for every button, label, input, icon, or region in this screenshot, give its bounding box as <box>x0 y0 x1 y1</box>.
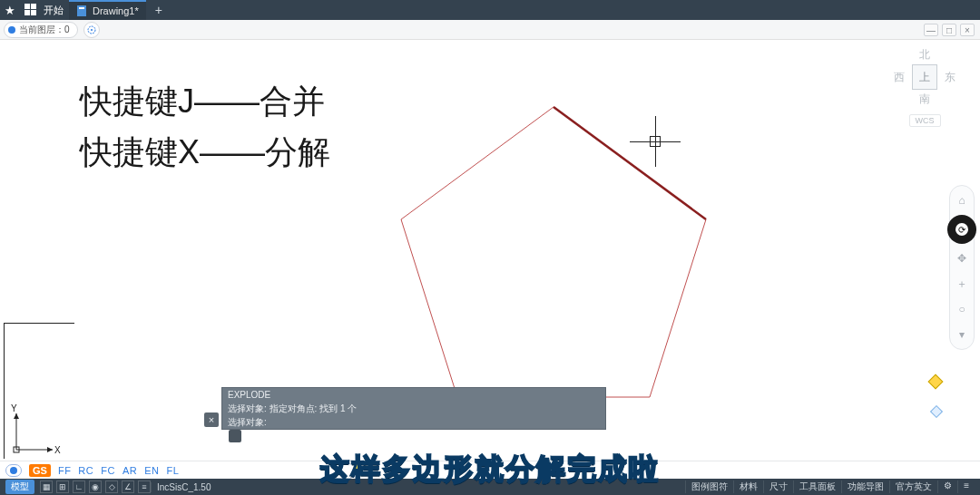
status-item-3[interactable]: 工具面板 <box>793 480 841 493</box>
status-toggle-polar[interactable]: ◉ <box>89 480 102 493</box>
status-toggle-snap[interactable]: ⊞ <box>56 480 69 493</box>
sync-icon: ⟳ <box>958 225 965 235</box>
viewcube-top[interactable]: 上 <box>912 64 937 90</box>
layer-label: 当前图层：0 <box>19 24 70 36</box>
annotation-line1: 快捷键J——合并 <box>80 76 330 127</box>
status-item-1[interactable]: 材料 <box>733 480 763 493</box>
svg-point-7 <box>91 29 93 31</box>
status-menu-icon[interactable]: ≡ <box>957 480 975 493</box>
status-item-0[interactable]: 图例图符 <box>685 480 733 493</box>
mode-fl[interactable]: FL <box>166 465 179 476</box>
status-toggle-ortho[interactable]: ∟ <box>73 480 85 493</box>
svg-rect-0 <box>24 4 30 9</box>
mode-gs[interactable]: GS <box>29 464 51 477</box>
command-line1: EXPLODE <box>222 388 605 402</box>
nav-marker2-icon <box>930 405 943 418</box>
nav-wheel-button[interactable]: ⟳ <box>947 215 976 244</box>
status-item-5[interactable]: 官方英文 <box>889 480 937 493</box>
mode-fc[interactable]: FC <box>101 465 115 476</box>
viewcube-south[interactable]: 南 <box>919 92 930 107</box>
nav-marker-icon <box>928 374 944 390</box>
svg-text:Y: Y <box>11 403 17 413</box>
record-indicator[interactable] <box>5 464 22 477</box>
maximize-button[interactable]: □ <box>942 24 956 36</box>
layer-target-button[interactable] <box>83 22 100 38</box>
mode-bar: GS FF RC FC AR EN FL <box>0 461 980 479</box>
status-toggle-lweight[interactable]: ≡ <box>138 480 151 493</box>
viewcube-north[interactable]: 北 <box>919 47 930 63</box>
status-toggle-osnap[interactable]: ◇ <box>105 480 118 493</box>
nav-more-button[interactable]: ▾ <box>953 325 971 344</box>
svg-text:X: X <box>54 445 61 455</box>
current-layer-chip[interactable]: 当前图层：0 <box>4 22 78 38</box>
model-tab[interactable]: 模型 <box>5 480 34 494</box>
status-right-group: 图例图符 材料 尺寸 工具面板 功能导图 官方英文 ⚙ ≡ <box>685 480 975 493</box>
svg-rect-1 <box>31 4 36 9</box>
svg-marker-8 <box>401 107 706 397</box>
status-bar: 模型 ▦ ⊞ ∟ ◉ ◇ ∠ ≡ IncSisC_1.50 图例图符 材料 尺寸… <box>0 479 980 495</box>
crosshair-pickbox <box>650 136 661 147</box>
status-toggle-grid[interactable]: ▦ <box>40 480 53 493</box>
viewcube-east[interactable]: 东 <box>945 70 956 85</box>
command-history-box: × EXPLODE 选择对象: 指定对角点: 找到 1 个 选择对象: <box>221 387 606 430</box>
close-button[interactable]: × <box>960 24 975 36</box>
layer-bar: 当前图层：0 <box>0 20 980 40</box>
mode-en[interactable]: EN <box>144 465 159 476</box>
window-controls: — □ × <box>924 24 975 36</box>
status-item-4[interactable]: 功能导图 <box>841 480 889 493</box>
mode-ff[interactable]: FF <box>58 465 71 476</box>
windows-icon[interactable] <box>22 2 40 18</box>
nav-home-button[interactable]: ⌂ <box>953 191 971 209</box>
tab-drawing1[interactable]: Drawing1* <box>69 0 146 20</box>
new-tab-button[interactable]: + <box>155 3 162 17</box>
mode-ar[interactable]: AR <box>122 465 137 476</box>
svg-rect-2 <box>24 10 30 15</box>
annotation-text: 快捷键J——合并 快捷键X——分解 <box>80 76 330 178</box>
command-line3: 选择对象: <box>222 415 605 429</box>
command-line2: 选择对象: 指定对角点: 找到 1 个 <box>222 402 605 415</box>
target-icon <box>86 24 97 35</box>
tab-label: Drawing1* <box>93 5 139 16</box>
status-toggle-otrack[interactable]: ∠ <box>122 480 134 493</box>
status-toggle-group: ▦ ⊞ ∟ ◉ ◇ ∠ ≡ <box>40 480 151 493</box>
annotation-line2: 快捷键X——分解 <box>80 127 330 178</box>
svg-rect-3 <box>31 10 36 15</box>
ucs-icon: X Y <box>9 403 64 457</box>
svg-marker-12 <box>47 447 53 452</box>
command-close-button[interactable]: × <box>204 412 219 427</box>
layer-color-dot <box>8 26 15 34</box>
view-cube[interactable]: 北 西 上 东 南 WCS <box>886 45 964 127</box>
command-expand-button[interactable] <box>229 430 241 442</box>
start-label[interactable]: 开始 <box>44 4 64 17</box>
nav-zoom-button[interactable]: ＋ <box>953 275 971 293</box>
drawing-canvas[interactable]: 北 西 上 东 南 WCS ⌂ ⟳ ✥ ＋ ○ ▾ 快捷键J——合并 快捷键X—… <box>0 40 980 461</box>
mode-rc[interactable]: RC <box>78 465 93 476</box>
navigation-bar: ⌂ ⟳ ✥ ＋ ○ ▾ <box>949 185 975 350</box>
svg-rect-4 <box>77 5 86 16</box>
viewcube-west[interactable]: 西 <box>894 70 905 85</box>
minimize-button[interactable]: — <box>924 24 938 36</box>
status-item-2[interactable]: 尺寸 <box>763 480 793 493</box>
svg-rect-5 <box>79 7 84 9</box>
document-icon <box>76 5 89 17</box>
title-bar: ★ 开始 Drawing1* + <box>0 0 980 20</box>
star-icon[interactable]: ★ <box>0 4 20 17</box>
nav-pan-button[interactable]: ✥ <box>953 249 971 267</box>
svg-marker-13 <box>14 413 19 419</box>
status-file: IncSisC_1.50 <box>151 482 216 492</box>
nav-orbit-button[interactable]: ○ <box>953 300 971 318</box>
wcs-label[interactable]: WCS <box>909 114 941 127</box>
status-settings-icon[interactable]: ⚙ <box>937 480 957 493</box>
svg-line-9 <box>554 107 706 219</box>
